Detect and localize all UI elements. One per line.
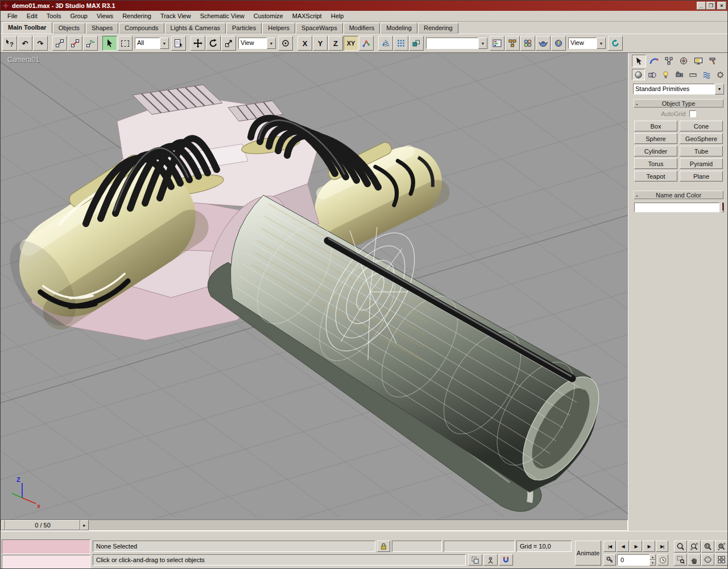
tab-hierarchy[interactable] <box>661 55 676 67</box>
quick-render-button[interactable] <box>551 36 566 51</box>
menu-group[interactable]: Group <box>65 11 92 20</box>
name-and-color-rollout-header[interactable]: - Name and Color <box>634 191 723 199</box>
tab-modeling[interactable]: Modeling <box>380 23 417 34</box>
named-selection-sets-combo[interactable]: ▼ <box>426 38 487 49</box>
align-button[interactable] <box>409 36 424 51</box>
cylinder-button[interactable]: Cylinder <box>634 146 677 156</box>
selection-lock-toggle[interactable] <box>377 541 390 552</box>
tab-compounds[interactable]: Compounds <box>119 23 164 34</box>
tab-modify[interactable] <box>647 55 661 67</box>
object-name-field[interactable] <box>634 203 719 212</box>
material-editor-button[interactable] <box>520 36 535 51</box>
autogrid-checkbox[interactable] <box>689 110 696 117</box>
primitives-dropdown[interactable]: Standard Primitives ▼ <box>633 84 724 94</box>
region-zoom-button[interactable] <box>674 554 687 566</box>
category-spacewarps[interactable] <box>700 69 713 80</box>
tab-helpers[interactable]: Helpers <box>262 23 295 34</box>
reference-coordinate-value[interactable]: View <box>238 38 267 49</box>
chevron-down-icon[interactable]: ▼ <box>478 38 487 49</box>
render-type-combo[interactable]: View ▼ <box>568 38 606 49</box>
frame-spinner[interactable]: ▲▼ <box>650 554 656 566</box>
zoom-all-button[interactable] <box>688 541 701 552</box>
pyramid-button[interactable]: Pyramid <box>680 158 723 169</box>
menu-edit[interactable]: Edit <box>22 11 42 20</box>
select-and-link-button[interactable] <box>52 36 67 51</box>
menu-schematic-view[interactable]: Schematic View <box>196 11 249 20</box>
bind-to-spacewarp-button[interactable] <box>83 36 98 51</box>
geosphere-button[interactable]: GeoSphere <box>680 133 723 144</box>
schematic-view-button[interactable] <box>505 36 520 51</box>
category-systems[interactable] <box>714 69 727 80</box>
time-slider-step-right[interactable]: ▸ <box>80 520 89 530</box>
mirror-button[interactable] <box>378 36 393 51</box>
next-frame-button[interactable]: ▶ <box>643 541 655 552</box>
tab-objects[interactable]: Objects <box>53 23 85 34</box>
restrict-x-button[interactable]: X <box>297 36 312 51</box>
chevron-down-icon[interactable]: ▼ <box>597 38 606 49</box>
select-by-name-button[interactable] <box>171 36 186 51</box>
tab-main-toolbar[interactable]: Main Toolbar <box>2 22 52 34</box>
array-button[interactable] <box>394 36 408 51</box>
previous-frame-button[interactable]: ◀ <box>617 541 629 552</box>
track-view-button[interactable] <box>490 36 504 51</box>
category-geometry[interactable] <box>632 69 645 80</box>
maxscript-mini-listener[interactable] <box>2 555 90 569</box>
crossing-selection-toggle[interactable] <box>468 554 482 566</box>
go-to-end-button[interactable]: ▶| <box>656 541 668 552</box>
undo-button[interactable]: ↶ <box>18 36 32 51</box>
chevron-down-icon[interactable]: ▼ <box>715 84 724 94</box>
tube-button[interactable]: Tube <box>680 146 723 156</box>
menu-maxscript[interactable]: MAXScript <box>288 11 326 20</box>
category-lights[interactable] <box>659 69 672 80</box>
render-type-value[interactable]: View <box>568 38 597 49</box>
time-slider-handle[interactable]: 0 / 50 <box>5 520 80 530</box>
redo-button[interactable]: ↷ <box>33 36 48 51</box>
select-object-button[interactable] <box>102 36 117 51</box>
min-max-toggle-button[interactable] <box>715 554 728 566</box>
close-button[interactable]: × <box>717 2 726 10</box>
select-and-scale-button[interactable] <box>221 36 236 51</box>
chevron-down-icon[interactable]: ▼ <box>160 38 169 49</box>
current-frame-field[interactable]: 0 <box>617 554 650 566</box>
maximize-button[interactable]: ❐ <box>706 2 715 10</box>
primitives-dropdown-value[interactable]: Standard Primitives <box>633 84 715 94</box>
select-and-rotate-button[interactable] <box>206 36 221 51</box>
menu-rendering[interactable]: Rendering <box>118 11 156 20</box>
help-mode-button[interactable]: ? <box>2 36 17 51</box>
chevron-down-icon[interactable]: ▼ <box>267 38 276 49</box>
object-type-rollout-header[interactable]: - Object Type <box>634 99 723 108</box>
teapot-button[interactable]: Teapot <box>634 171 677 182</box>
sphere-button[interactable]: Sphere <box>634 133 677 144</box>
pan-button[interactable] <box>688 554 701 566</box>
render-scene-button[interactable] <box>536 36 551 51</box>
minimize-button[interactable]: _ <box>697 2 706 10</box>
ik-toggle-button[interactable] <box>359 36 374 51</box>
tab-particles[interactable]: Particles <box>226 23 262 34</box>
tab-rendering[interactable]: Rendering <box>418 23 458 34</box>
cone-button[interactable]: Cone <box>680 121 723 131</box>
menu-track-view[interactable]: Track View <box>156 11 196 20</box>
menu-views[interactable]: Views <box>92 11 118 20</box>
spinner-up-icon[interactable]: ▲ <box>650 554 656 560</box>
selection-filter-combo[interactable]: All ▼ <box>135 38 169 49</box>
app-logo-icon[interactable] <box>2 2 10 10</box>
restrict-z-button[interactable]: Z <box>328 36 343 51</box>
animate-button[interactable]: Animate <box>575 541 601 566</box>
category-shapes[interactable] <box>646 69 659 80</box>
zoom-extents-all-button[interactable] <box>715 541 728 552</box>
select-and-move-button[interactable] <box>191 36 205 51</box>
tab-create[interactable] <box>632 55 646 67</box>
arc-rotate-button[interactable] <box>701 554 714 566</box>
tab-motion[interactable] <box>676 55 690 67</box>
object-color-swatch[interactable] <box>722 203 724 212</box>
time-slider[interactable]: 0 / 50 ▸ <box>1 519 628 531</box>
menu-tools[interactable]: Tools <box>42 11 66 20</box>
degradation-override-toggle[interactable] <box>483 554 498 566</box>
time-configuration-button[interactable] <box>657 554 668 566</box>
reference-coordinate-combo[interactable]: View ▼ <box>238 38 276 49</box>
go-to-start-button[interactable]: |◀ <box>603 541 616 552</box>
menu-file[interactable]: File <box>3 11 22 20</box>
selection-filter-value[interactable]: All <box>135 38 160 49</box>
zoom-extents-button[interactable] <box>701 541 714 552</box>
restrict-xy-plane-button[interactable]: XY <box>344 36 358 51</box>
